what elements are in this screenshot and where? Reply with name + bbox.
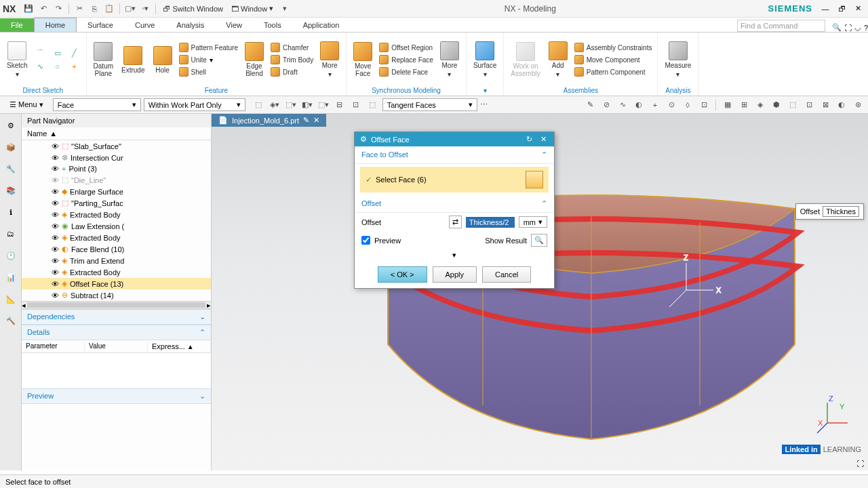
vt-12[interactable]: ⬢: [770, 99, 783, 111]
rect-icon[interactable]: ▭: [52, 47, 64, 59]
sel-icon-3[interactable]: ⬚▾: [285, 99, 297, 111]
expand-icon[interactable]: ▾: [355, 249, 554, 261]
move-face-button[interactable]: Move Face: [351, 41, 375, 79]
move-component-button[interactable]: Move Component: [573, 54, 654, 65]
draft-button[interactable]: Draft: [269, 66, 315, 77]
measure-button[interactable]: Measure▾: [662, 40, 694, 79]
ok-button[interactable]: < OK >: [378, 266, 427, 283]
history-icon[interactable]: 🕐: [3, 248, 18, 263]
tree-item[interactable]: 👁◉Law Extension (: [22, 220, 211, 232]
restore-icon[interactable]: 🗗: [834, 3, 849, 15]
offset-section[interactable]: Offset⌃: [355, 195, 554, 213]
surface-button[interactable]: Surface▾: [471, 40, 499, 79]
vt-5[interactable]: +: [649, 99, 661, 111]
preview-checkbox[interactable]: [361, 236, 370, 245]
settings-icon[interactable]: ⚙: [3, 118, 18, 133]
point-icon[interactable]: +: [68, 60, 81, 73]
dialog-titlebar[interactable]: ⚙ Offset Face ↻ ✕: [355, 132, 554, 146]
box-icon[interactable]: ▢▾: [124, 3, 136, 15]
face-selector-icon[interactable]: [526, 171, 543, 188]
tree-item[interactable]: 👁◆Enlarge Surface: [22, 186, 211, 197]
sel-icon-7[interactable]: ⊡: [350, 99, 362, 111]
line-icon[interactable]: ╱: [68, 47, 81, 59]
window-button[interactable]: 🗔 Window ▾: [227, 3, 277, 14]
tree-item[interactable]: 👁⬚"Slab_Surface": [22, 140, 211, 152]
tree-item[interactable]: 👁◈Trim and Extend: [22, 255, 211, 266]
minimize-icon[interactable]: —: [818, 3, 833, 15]
col-parameter[interactable]: Parameter: [22, 340, 85, 352]
vt-16[interactable]: ◐: [835, 99, 848, 111]
reset-icon[interactable]: ↻: [524, 135, 534, 144]
add-button[interactable]: Add▾: [546, 40, 570, 79]
show-result-label[interactable]: Show Result: [485, 237, 527, 245]
copy-icon[interactable]: ⎘: [88, 3, 100, 15]
trim-body-button[interactable]: Trim Body: [269, 54, 315, 65]
application-tab[interactable]: Application: [292, 18, 351, 32]
dialog-close-icon[interactable]: ✕: [538, 135, 549, 144]
work-on-assembly-button[interactable]: Work on Assembly: [508, 41, 542, 79]
unit-dropdown[interactable]: mm▾: [519, 216, 547, 228]
close-icon[interactable]: ✕: [850, 3, 865, 15]
scope-filter-dropdown[interactable]: Within Work Part Only▾: [144, 98, 245, 111]
tree-item[interactable]: 👁+Point (3): [22, 163, 211, 174]
sel-icon-8[interactable]: ⬚: [366, 99, 378, 111]
shell-button[interactable]: Shell: [178, 66, 239, 77]
chamfer-button[interactable]: Chamfer: [269, 42, 315, 53]
vt-11[interactable]: ◈: [754, 99, 766, 111]
datum-plane-button[interactable]: Datum Plane: [91, 41, 116, 79]
hole-button[interactable]: Hole: [151, 45, 175, 75]
unite-button[interactable]: Unite ▾: [178, 54, 239, 65]
col-expression[interactable]: Express... ▲: [148, 340, 211, 352]
more-feature-button[interactable]: More▾: [317, 40, 342, 79]
file-tab[interactable]: File: [0, 18, 34, 32]
sel-icon-1[interactable]: ⬚: [252, 99, 264, 111]
type-filter-dropdown[interactable]: Face▾: [53, 98, 141, 111]
fit-icon[interactable]: ⛶: [856, 460, 864, 468]
vt-9[interactable]: ▦: [722, 99, 734, 111]
part-navigator-icon[interactable]: 📦: [3, 140, 18, 155]
arc-icon[interactable]: ⌒: [35, 47, 47, 59]
rule-filter-dropdown[interactable]: Tangent Faces▾: [382, 98, 477, 111]
view-tab[interactable]: View: [215, 18, 253, 32]
redo-icon[interactable]: ↷: [52, 3, 64, 15]
replace-face-button[interactable]: Replace Face: [378, 54, 435, 65]
menu-button[interactable]: ☰ Menu ▾: [3, 98, 50, 111]
more-dots[interactable]: ⋯: [480, 100, 488, 109]
vt-17[interactable]: ⊛: [852, 99, 864, 111]
tools-tab[interactable]: Tools: [253, 18, 292, 32]
select-face-row[interactable]: ✓ Select Face (6): [360, 167, 549, 192]
viewport[interactable]: 📄 Injection_Mold_6.prt ✎ ✕ X Z: [212, 114, 868, 470]
roles-icon[interactable]: 📊: [3, 270, 18, 285]
switch-window-button[interactable]: 🗗 Switch Window: [159, 3, 227, 14]
overflow-icon[interactable]: ▾: [279, 3, 291, 15]
system-icon[interactable]: 📐: [3, 291, 18, 306]
tree-item[interactable]: 👁⬚"Parting_Surfac: [22, 197, 211, 209]
cancel-button[interactable]: Cancel: [482, 266, 531, 283]
edge-blend-button[interactable]: Edge Blend: [242, 41, 267, 79]
sel-icon-2[interactable]: ◈▾: [269, 99, 281, 111]
vt-1[interactable]: ✎: [584, 99, 596, 111]
floating-offset-input[interactable]: Offset Thicknes: [795, 203, 864, 220]
help-icon[interactable]: ?: [864, 24, 868, 32]
col-value[interactable]: Value: [85, 340, 148, 352]
vt-2[interactable]: ⊘: [600, 99, 612, 111]
tree-item[interactable]: 👁⊗Intersection Cur: [22, 152, 211, 163]
home-tab[interactable]: Home: [34, 18, 77, 32]
offset-region-button[interactable]: Offset Region: [378, 42, 435, 53]
fullscreen-icon[interactable]: ⛶: [844, 24, 852, 32]
assembly-nav-icon[interactable]: 🔧: [3, 161, 18, 176]
tree-item[interactable]: 👁◈Extracted Body: [22, 209, 211, 220]
analysis-tab[interactable]: Analysis: [165, 18, 215, 32]
spline-icon[interactable]: ∿: [35, 60, 47, 73]
reuse-icon[interactable]: ℹ: [3, 205, 18, 220]
dot-icon[interactable]: ◦▾: [139, 3, 151, 15]
tree-item[interactable]: 👁⊖Subtract (14): [22, 289, 211, 301]
more-sync-button[interactable]: More▾: [437, 40, 462, 79]
nav-hscroll[interactable]: ◂▸: [22, 301, 211, 309]
file-tab[interactable]: 📄 Injection_Mold_6.prt ✎ ✕: [212, 114, 326, 127]
search-icon[interactable]: 🔍: [832, 23, 842, 32]
vt-15[interactable]: ⊠: [819, 99, 831, 111]
tree-item[interactable]: 👁◈Extracted Body: [22, 232, 211, 243]
hdr-icon[interactable]: 🗂: [3, 226, 18, 241]
vt-13[interactable]: ⬚: [787, 99, 799, 111]
